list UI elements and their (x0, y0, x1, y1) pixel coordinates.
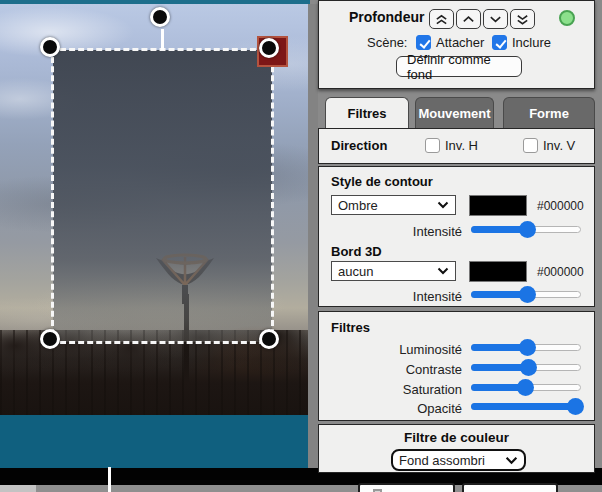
contraste-label: Contraste (377, 362, 462, 377)
inv-v-label: Inv. V (543, 138, 575, 153)
send-to-back-button[interactable] (510, 9, 535, 29)
handle-top-left[interactable] (40, 37, 60, 57)
slider-thumb[interactable] (519, 339, 536, 356)
contour-card: Style de contour Ombre #000000 Intensité… (318, 166, 595, 307)
contour-style-select[interactable]: Ombre (331, 195, 456, 215)
color-filter-card: Filtre de couleur Fond assombri (318, 424, 595, 473)
chevron-up-icon (461, 14, 476, 24)
app-window: Profondeur (0, 0, 602, 492)
rotation-stem (161, 29, 164, 50)
tab-mouvement-label: Mouvement (418, 106, 490, 121)
tab-mouvement[interactable]: Mouvement (415, 97, 494, 128)
status-indicator (559, 10, 575, 26)
bord3d-intensity-slider[interactable] (471, 286, 581, 302)
properties-panel: Profondeur (318, 0, 602, 492)
timeline-footer-segment (0, 485, 36, 492)
attacher-label: Attacher (436, 35, 484, 50)
bord3d-color-swatch[interactable] (469, 261, 527, 282)
bord3d-heading: Bord 3D (331, 244, 382, 259)
contour-heading: Style de contour (331, 174, 433, 189)
select-chevron-icon (437, 267, 449, 275)
select-chevron-icon (505, 456, 518, 465)
slider-thumb[interactable] (519, 221, 536, 238)
inv-v-checkbox[interactable] (523, 138, 538, 153)
select-chevron-icon (437, 201, 449, 209)
contraste-slider[interactable] (471, 359, 581, 375)
color-filter-heading: Filtre de couleur (404, 430, 509, 445)
inclure-checkbox[interactable] (492, 35, 507, 50)
bring-forward-button[interactable] (456, 9, 481, 29)
bring-to-front-button[interactable] (429, 9, 454, 29)
handle-bottom-left[interactable] (40, 329, 60, 349)
contour-intensity-slider[interactable] (471, 221, 581, 237)
bord3d-value: aucun (338, 264, 373, 279)
direction-card: Direction Inv. H Inv. V (318, 128, 595, 164)
inclure-label: Inclure (512, 35, 551, 50)
slider-thumb[interactable] (567, 398, 584, 415)
slider-fill (471, 403, 576, 410)
filters-heading: Filtres (331, 320, 370, 335)
depth-card: Profondeur (318, 0, 595, 89)
saturation-slider[interactable] (471, 379, 581, 395)
rotate-handle[interactable] (150, 7, 170, 27)
set-as-background-button[interactable]: Définir comme fond (396, 56, 522, 77)
contour-style-value: Ombre (338, 198, 378, 213)
double-chevron-down-icon (515, 13, 530, 26)
handle-top-right[interactable] (259, 38, 279, 58)
chevron-down-icon (488, 14, 503, 24)
inv-h-label: Inv. H (445, 138, 478, 153)
bottom-right-button[interactable] (462, 483, 558, 492)
opacite-slider[interactable] (471, 398, 581, 414)
color-filter-value: Fond assombri (399, 453, 485, 468)
tab-forme-label: Forme (529, 106, 569, 121)
bottom-left-button[interactable] (358, 483, 455, 492)
double-chevron-up-icon (434, 13, 449, 26)
slider-thumb[interactable] (517, 379, 534, 396)
filters-card: Filtres Luminosité Contraste Saturation … (318, 311, 595, 421)
opacite-label: Opacité (377, 401, 462, 416)
timeline-playhead[interactable] (108, 467, 111, 492)
scene-background-band (0, 415, 308, 468)
tab-filtres-label: Filtres (347, 106, 386, 121)
slider-thumb[interactable] (519, 286, 536, 303)
luminosite-slider[interactable] (471, 339, 581, 355)
handle-bottom-right[interactable] (259, 329, 279, 349)
contour-color-swatch[interactable] (469, 195, 527, 216)
saturation-label: Saturation (377, 382, 462, 397)
scene-edge-top (0, 0, 310, 4)
bord3d-select[interactable]: aucun (331, 261, 456, 281)
contour-intensity-label: Intensité (377, 224, 462, 239)
contour-hex-value: #000000 (537, 199, 584, 213)
scene-canvas[interactable] (0, 0, 308, 492)
tab-forme[interactable]: Forme (503, 97, 595, 128)
color-filter-select[interactable]: Fond assombri (391, 449, 526, 471)
send-backward-button[interactable] (483, 9, 508, 29)
slider-thumb[interactable] (520, 359, 537, 376)
bord3d-intensity-label: Intensité (377, 289, 462, 304)
bord3d-hex-value: #000000 (537, 265, 584, 279)
vertical-scrollbar[interactable] (308, 4, 318, 468)
selection-border (51, 48, 274, 344)
inv-h-checkbox[interactable] (425, 138, 440, 153)
attacher-checkbox[interactable] (416, 35, 431, 50)
scene-label: Scène: (367, 35, 407, 50)
luminosite-label: Luminosité (377, 342, 462, 357)
depth-label: Profondeur (349, 9, 424, 25)
direction-label: Direction (331, 138, 387, 153)
tab-filtres[interactable]: Filtres (325, 97, 409, 129)
